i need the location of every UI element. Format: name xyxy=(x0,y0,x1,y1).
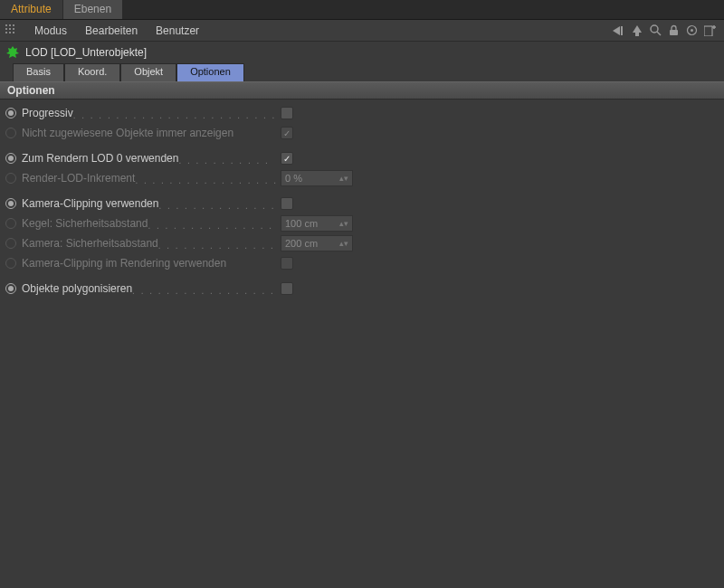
label-nicht-zugewiesene: Nicht zugewiesene Objekte immer anzeigen xyxy=(22,127,233,139)
row-progressiv: Progressiv . . . . . . . . . . . . . . .… xyxy=(4,103,717,123)
options-rows: Progressiv . . . . . . . . . . . . . . .… xyxy=(0,100,724,302)
target-icon[interactable] xyxy=(682,22,700,40)
label-kamera-clipping-render: Kamera-Clipping im Rendering verwenden xyxy=(22,257,226,270)
attribute-sub-tabs: Basis Koord. Objekt Optionen xyxy=(0,63,724,81)
menu-bar: Modus Bearbeiten Benutzer xyxy=(0,20,724,42)
svg-point-8 xyxy=(691,29,693,32)
anim-dot-icon[interactable] xyxy=(5,173,16,184)
label-kegel: Kegel: Sicherheitsabstand xyxy=(22,217,148,230)
lock-icon[interactable] xyxy=(664,22,682,40)
svg-rect-3 xyxy=(635,33,639,36)
label-kamera-abstand: Kamera: Sicherheitsabstand xyxy=(22,237,158,250)
label-render-lod-inkrement: Render-LOD-Inkrement xyxy=(22,172,135,185)
tab-attribute[interactable]: Attribute xyxy=(0,0,63,19)
svg-rect-9 xyxy=(704,26,712,36)
search-icon[interactable] xyxy=(646,22,664,40)
object-header: LOD [LOD_Unterobjekte] xyxy=(0,42,724,63)
value-kamera-abstand: 200 cm xyxy=(285,238,318,249)
nav-up-icon[interactable] xyxy=(628,22,646,40)
label-kamera-clipping: Kamera-Clipping verwenden xyxy=(22,197,158,210)
label-zum-rendern: Zum Rendern LOD 0 verwenden xyxy=(22,152,178,165)
anim-dot-icon[interactable] xyxy=(5,258,16,269)
row-render-lod-inkrement: Render-LOD-Inkrement . . . . . . . . . .… xyxy=(4,168,717,188)
checkbox-kamera-clipping-render xyxy=(281,257,293,270)
value-kegel: 100 cm xyxy=(285,218,318,229)
lod-object-icon xyxy=(5,45,20,60)
row-nicht-zugewiesene: Nicht zugewiesene Objekte immer anzeigen… xyxy=(4,123,717,143)
spinner-icon: ▴▾ xyxy=(339,242,348,246)
panel-tabs: Attribute Ebenen xyxy=(0,0,724,20)
label-progressiv: Progressiv xyxy=(22,107,73,119)
svg-point-4 xyxy=(651,25,658,33)
grip-icon xyxy=(5,24,18,37)
svg-marker-2 xyxy=(633,25,642,33)
anim-dot-icon[interactable] xyxy=(5,108,16,119)
input-kegel: 100 cm ▴▾ xyxy=(281,215,353,232)
anim-dot-icon[interactable] xyxy=(5,198,16,209)
svg-marker-0 xyxy=(613,26,620,35)
checkbox-zum-rendern[interactable]: ✓ xyxy=(281,152,293,165)
tab-optionen[interactable]: Optionen xyxy=(176,63,244,81)
spinner-icon: ▴▾ xyxy=(339,222,348,226)
svg-rect-6 xyxy=(670,30,678,35)
row-kegel: Kegel: Sicherheitsabstand . . . . . . . … xyxy=(4,213,717,233)
svg-line-5 xyxy=(657,32,661,35)
anim-dot-icon[interactable] xyxy=(5,128,16,138)
row-kamera-abstand: Kamera: Sicherheitsabstand . . . . . . .… xyxy=(4,233,717,253)
row-kamera-clipping-render: Kamera-Clipping im Rendering verwenden xyxy=(4,253,717,273)
tab-basis[interactable]: Basis xyxy=(13,63,64,81)
row-polygonisieren: Objekte polygonisieren . . . . . . . . .… xyxy=(4,279,717,299)
menu-modus[interactable]: Modus xyxy=(25,24,76,37)
input-kamera-abstand: 200 cm ▴▾ xyxy=(281,235,353,251)
checkbox-progressiv[interactable] xyxy=(281,107,293,119)
anim-dot-icon[interactable] xyxy=(5,218,16,229)
checkbox-nicht-zugewiesene: ✓ xyxy=(281,127,293,139)
object-name: LOD [LOD_Unterobjekte] xyxy=(25,46,147,59)
label-polygonisieren: Objekte polygonisieren xyxy=(22,282,132,295)
input-render-lod-inkrement: 0 % ▴▾ xyxy=(281,170,353,186)
menu-bearbeiten[interactable]: Bearbeiten xyxy=(76,24,147,37)
tab-objekt[interactable]: Objekt xyxy=(120,63,176,81)
anim-dot-icon[interactable] xyxy=(5,283,16,294)
row-kamera-clipping: Kamera-Clipping verwenden . . . . . . . … xyxy=(4,194,717,213)
checkbox-polygonisieren[interactable] xyxy=(281,282,293,295)
tab-ebenen[interactable]: Ebenen xyxy=(63,0,123,19)
value-render-lod-inkrement: 0 % xyxy=(285,173,302,184)
row-zum-rendern: Zum Rendern LOD 0 verwenden . . . . . . … xyxy=(4,148,717,168)
tab-koord[interactable]: Koord. xyxy=(64,63,120,81)
anim-dot-icon[interactable] xyxy=(5,153,16,164)
section-header-optionen: Optionen xyxy=(0,81,724,100)
anim-dot-icon[interactable] xyxy=(5,238,16,249)
nav-back-icon[interactable] xyxy=(610,22,628,40)
menu-benutzer[interactable]: Benutzer xyxy=(147,24,208,37)
new-instance-icon[interactable] xyxy=(700,22,719,40)
checkbox-kamera-clipping[interactable] xyxy=(281,197,293,210)
svg-rect-1 xyxy=(621,26,623,35)
spinner-icon: ▴▾ xyxy=(339,176,348,181)
